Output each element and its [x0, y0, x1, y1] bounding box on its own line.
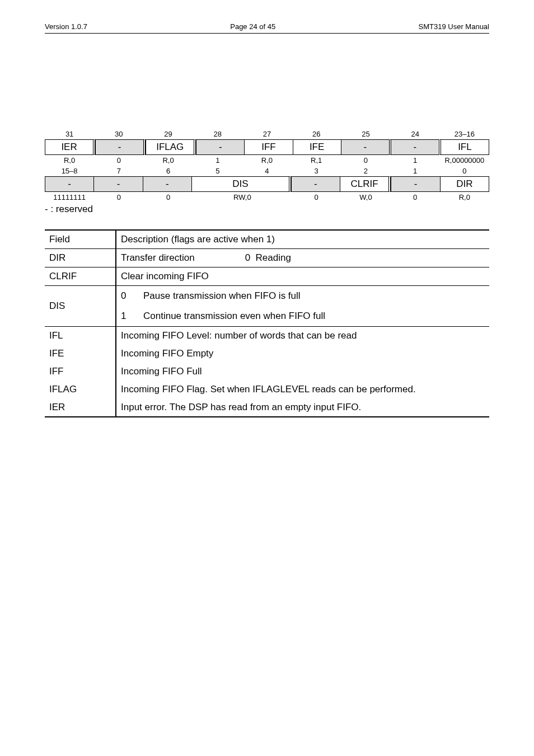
bit-label: 15–8	[45, 166, 94, 176]
reset-value: W,0	[341, 192, 390, 203]
field-reserved: -	[196, 139, 244, 155]
row-iff-name: IFF	[45, 363, 116, 381]
register-table: 31 30 29 28 27 26 25 24 23–16 IER - IFLA…	[45, 129, 489, 203]
row-ier-desc: Input error. The DSP has read from an em…	[116, 398, 489, 417]
dis-desc-1: Continue transmission even when FIFO ful…	[143, 311, 325, 321]
bit-label: 29	[143, 129, 193, 139]
row-ier-name: IER	[45, 398, 116, 417]
field-reserved: -	[341, 139, 389, 155]
bit-label: 27	[242, 129, 292, 139]
bit-label: 6	[143, 166, 193, 176]
bit-label: 7	[94, 166, 143, 176]
bit-label: 31	[45, 129, 94, 139]
bit-label: 23–16	[440, 129, 489, 139]
row-dir-desc: Transfer direction 0 Reading	[116, 249, 489, 267]
reset-value: RW,0	[193, 192, 292, 203]
field-ier: IER	[45, 139, 95, 155]
field-ifl: IFL	[439, 139, 489, 155]
bit-label: 26	[292, 129, 341, 139]
column-header-field: Field	[45, 230, 116, 249]
bit-label: 3	[292, 166, 341, 176]
row-clrif-desc: Clear incoming FIFO	[116, 267, 489, 286]
field-reserved: -	[93, 176, 142, 192]
reset-value: R,0	[45, 155, 94, 166]
row-iflag-desc: Incoming FIFO Flag. Set when IFLAGLEVEL …	[116, 381, 489, 398]
bit-label: 0	[440, 166, 489, 176]
field-reserved: -	[389, 139, 439, 155]
field-reserved: -	[45, 176, 93, 192]
field-iflag: IFLAG	[146, 139, 196, 155]
bit-label: 30	[94, 129, 143, 139]
bit-label: 4	[242, 166, 292, 176]
reset-value: 0	[94, 192, 143, 203]
bit-label: 24	[391, 129, 440, 139]
bit-label: 28	[193, 129, 242, 139]
reset-value: 0	[391, 192, 440, 203]
reset-value: 1	[391, 155, 440, 166]
reset-value: 1	[193, 155, 242, 166]
column-header-description: Description (flags are active when 1)	[116, 230, 489, 249]
dis-code-0: 0	[121, 290, 143, 302]
row-ifl-desc: Incoming FIFO Level: number of words tha…	[116, 327, 489, 345]
field-reserved: -	[391, 176, 439, 192]
dir-code: 0	[245, 252, 250, 263]
dir-desc-text: Transfer direction	[121, 252, 195, 264]
reset-value: 0	[292, 192, 341, 203]
dis-desc-0: Pause transmission when FIFO is full	[143, 290, 301, 301]
field-reserved: -	[291, 176, 340, 192]
row-dir-name: DIR	[45, 249, 116, 267]
field-iff: IFF	[244, 139, 292, 155]
header-right: SMT319 User Manual	[419, 22, 489, 31]
reserved-legend: - : reserved	[45, 204, 489, 215]
reset-value: R,1	[292, 155, 341, 166]
field-reserved: -	[95, 139, 146, 155]
field-reserved: -	[143, 176, 191, 192]
row-ifl-name: IFL	[45, 327, 116, 345]
field-description-table: Field Description (flags are active when…	[45, 229, 489, 417]
row-iff-desc: Incoming FIFO Full	[116, 363, 489, 381]
reset-value: R,00000000	[440, 155, 489, 166]
bit-label: 25	[341, 129, 390, 139]
row-ife-name: IFE	[45, 345, 116, 363]
row-clrif-name: CLRIF	[45, 267, 116, 286]
row-ife-desc: Incoming FIFO Empty	[116, 345, 489, 363]
reset-value: R,0	[440, 192, 489, 203]
reset-value: 0	[94, 155, 143, 166]
field-dis: DIS	[191, 176, 291, 192]
row-dis-line1: 1Continue transmission even when FIFO fu…	[116, 306, 489, 327]
reset-value: R,0	[242, 155, 292, 166]
bit-label: 5	[193, 166, 242, 176]
row-iflag-name: IFLAG	[45, 381, 116, 398]
header-center: Page 24 of 45	[230, 22, 275, 31]
field-dir: DIR	[440, 176, 489, 192]
row-dis-name: DIS	[45, 286, 116, 327]
bit-label: 2	[341, 166, 390, 176]
reset-value: 0	[143, 192, 193, 203]
row-dis-line0: 0Pause transmission when FIFO is full	[116, 286, 489, 307]
dis-code-1: 1	[121, 311, 143, 322]
field-clrif: CLRIF	[340, 176, 391, 192]
reset-value: 11111111	[45, 192, 94, 203]
dir-value: Reading	[256, 252, 291, 263]
reset-value: R,0	[143, 155, 193, 166]
bit-label: 1	[391, 166, 440, 176]
reset-value: 0	[341, 155, 390, 166]
header-left: Version 1.0.7	[45, 22, 87, 31]
field-ife: IFE	[293, 139, 341, 155]
